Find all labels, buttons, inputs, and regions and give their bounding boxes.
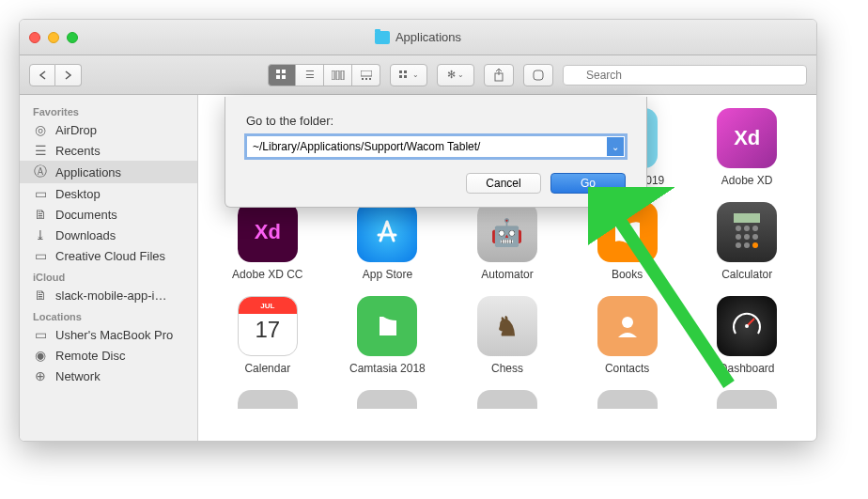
app-item-adobe-xd[interactable]: XdAdobe XD (687, 108, 807, 187)
app-icon: ♞ (477, 296, 537, 356)
gallery-view-button[interactable] (352, 64, 380, 86)
calendar-day: 17 (255, 317, 280, 343)
app-item[interactable] (447, 390, 567, 409)
sidebar-item-creative-cloud[interactable]: ▭Creative Cloud Files (20, 245, 197, 266)
app-icon (477, 390, 537, 409)
sidebar-item-applications[interactable]: ⒶApplications (20, 161, 197, 183)
svg-rect-0 (276, 70, 280, 73)
app-item[interactable] (208, 390, 328, 409)
titlebar: Applications (20, 20, 816, 55)
sidebar-section-favorites: Favorites (20, 101, 197, 119)
svg-rect-11 (399, 70, 402, 73)
svg-rect-1 (282, 70, 286, 73)
svg-rect-6 (341, 70, 344, 80)
icon-view-button[interactable] (268, 64, 296, 86)
sidebar-item-network[interactable]: ⊕Network (20, 366, 197, 386)
svg-point-31 (745, 324, 749, 328)
svg-rect-7 (361, 70, 372, 76)
disc-icon: ◉ (33, 348, 48, 363)
app-item-adobe-xd-cc[interactable]: XdAdobe XD CC (208, 202, 328, 281)
column-view-button[interactable] (324, 64, 352, 86)
svg-rect-9 (365, 78, 367, 80)
app-item-calendar[interactable]: JUL17Calendar (208, 296, 328, 375)
path-dropdown-button[interactable]: ⌄ (607, 137, 624, 156)
arrange-group: ⌄ (390, 64, 427, 86)
tags-button[interactable] (523, 64, 553, 86)
app-item-contacts[interactable]: Contacts (567, 296, 688, 375)
app-item-calculator[interactable]: Calculator (687, 202, 807, 281)
svg-rect-12 (404, 70, 407, 73)
sidebar-item-remote-disc[interactable]: ◉Remote Disc (20, 345, 197, 366)
svg-point-25 (752, 234, 758, 240)
svg-point-27 (744, 242, 750, 248)
sidebar-item-documents[interactable]: 🗎Documents (20, 204, 197, 225)
close-window-button[interactable] (29, 32, 40, 43)
finder-window: Applications ☰ (19, 19, 817, 442)
forward-button[interactable] (55, 64, 82, 86)
svg-point-20 (736, 226, 741, 231)
traffic-lights (29, 32, 78, 43)
sidebar-item-icloud-file[interactable]: 🗎slack-mobile-app-i… (20, 285, 197, 305)
chevron-down-icon: ⌄ (412, 70, 419, 79)
cancel-button[interactable]: Cancel (466, 173, 541, 194)
svg-rect-4 (332, 70, 334, 80)
app-item[interactable] (687, 390, 807, 409)
svg-point-28 (752, 242, 758, 248)
sidebar-item-airdrop[interactable]: ◎AirDrop (20, 119, 197, 140)
downloads-icon: ⤓ (33, 227, 48, 242)
app-item-app-store[interactable]: App Store (328, 202, 448, 281)
svg-point-22 (752, 226, 758, 231)
sidebar-item-macbook[interactable]: ▭Usher's MacBook Pro (20, 324, 197, 345)
sidebar-item-recents[interactable]: ☰Recents (20, 140, 197, 161)
arrange-dropdown[interactable]: ⌄ (390, 64, 427, 86)
app-icon (357, 202, 417, 262)
fullscreen-window-button[interactable] (67, 32, 78, 43)
sidebar: Favorites ◎AirDrop ☰Recents ⒶApplication… (20, 95, 198, 441)
svg-rect-19 (734, 213, 760, 223)
go-button[interactable]: Go (550, 173, 626, 194)
app-item[interactable] (328, 390, 448, 409)
app-item-automator[interactable]: 🤖Automator (447, 202, 567, 281)
svg-point-21 (744, 226, 750, 231)
svg-rect-13 (399, 75, 402, 78)
app-item-camtasia[interactable]: Camtasia 2018 (328, 296, 448, 375)
folder-icon: ▭ (33, 248, 48, 263)
list-view-button[interactable]: ☰ (296, 64, 324, 86)
app-item[interactable] (567, 390, 688, 409)
app-icon (357, 390, 417, 409)
window-title: Applications (395, 30, 461, 44)
svg-rect-10 (369, 78, 371, 80)
app-icon: JUL17 (238, 296, 298, 356)
minimize-window-button[interactable] (48, 32, 59, 43)
svg-rect-3 (282, 75, 286, 79)
app-icon (597, 390, 658, 409)
sidebar-item-downloads[interactable]: ⤓Downloads (20, 225, 197, 245)
svg-rect-14 (404, 75, 407, 78)
app-item-books[interactable]: Books (567, 202, 688, 281)
app-icon (357, 296, 417, 356)
app-icon: Xd (238, 202, 298, 262)
applications-icon: Ⓐ (33, 164, 48, 180)
desktop-icon: ▭ (33, 186, 48, 201)
toolbar: ☰ ⌄ ✻⌄ (20, 55, 816, 95)
app-item-chess[interactable]: ♞Chess (447, 296, 567, 375)
back-button[interactable] (29, 64, 55, 86)
folder-icon (375, 31, 390, 44)
app-icon: 🤖 (477, 202, 537, 262)
sidebar-item-desktop[interactable]: ▭Desktop (20, 183, 197, 204)
window-title-wrap: Applications (20, 30, 816, 44)
calendar-month: JUL (239, 297, 297, 314)
search-input[interactable] (563, 65, 807, 86)
action-dropdown[interactable]: ✻⌄ (437, 64, 474, 86)
app-icon (717, 296, 777, 356)
sidebar-section-locations: Locations (20, 305, 197, 324)
app-icon (238, 390, 298, 409)
app-item-dashboard[interactable]: Dashboard (687, 296, 807, 375)
svg-rect-8 (362, 78, 364, 80)
folder-path-input[interactable] (246, 135, 626, 158)
share-button[interactable] (484, 64, 514, 86)
laptop-icon: ▭ (33, 327, 48, 342)
svg-point-29 (622, 317, 633, 328)
app-icon (597, 202, 658, 262)
svg-point-24 (744, 234, 750, 240)
